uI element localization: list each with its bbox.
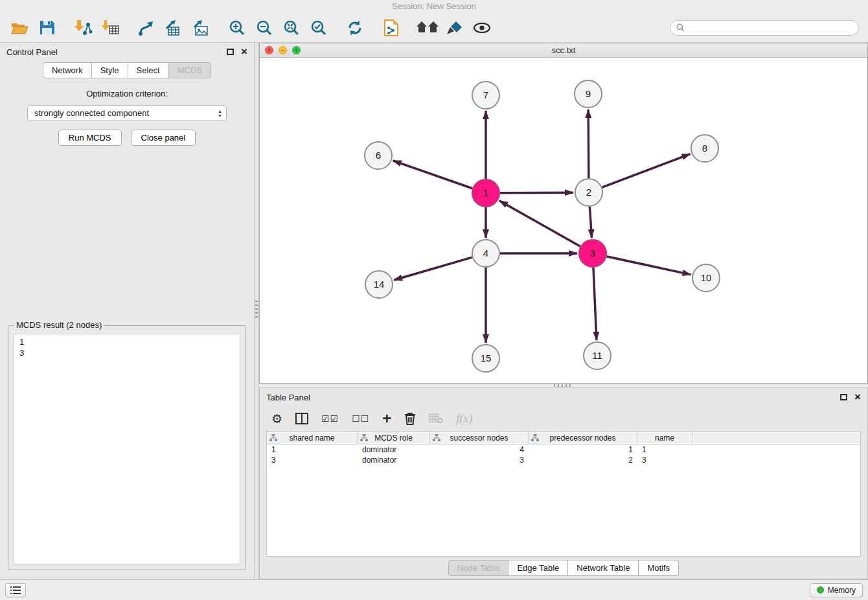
network-canvas[interactable]: 7968124314101511 [260, 58, 867, 383]
select-all-columns-icon[interactable]: ☑☑ [321, 413, 339, 424]
zoom-out-button[interactable] [251, 16, 277, 40]
window-zoom-icon[interactable]: + [292, 46, 301, 54]
close-panel-icon[interactable]: × [241, 48, 247, 56]
edge-1-6[interactable] [393, 161, 473, 189]
new-network-button[interactable] [133, 16, 159, 40]
show-graphics-details-button[interactable] [469, 16, 495, 40]
trash-icon[interactable] [404, 411, 416, 426]
folder-open-icon [10, 21, 29, 35]
edge-3-10[interactable] [606, 257, 691, 275]
horizontal-splitter[interactable] [259, 384, 868, 387]
eye-icon [473, 23, 491, 33]
splitter-handle[interactable] [255, 301, 258, 317]
edge-1-2[interactable] [500, 192, 573, 193]
tab-network[interactable]: Network [43, 62, 92, 78]
control-panel-header: Control Panel × [0, 43, 254, 61]
list-icon [10, 586, 21, 594]
zoom-in-icon [229, 19, 246, 36]
table-row[interactable]: 3 dominator 3 2 3 [267, 455, 860, 465]
add-column-icon[interactable]: + [382, 412, 391, 425]
status-bar: Memory [0, 579, 868, 600]
tab-select[interactable]: Select [128, 62, 169, 78]
column-header-shared-name[interactable]: shared name [267, 432, 358, 444]
cell-name: 3 [637, 456, 692, 465]
column-header-mcds-role[interactable]: MCDS role [358, 432, 430, 444]
column-header-successor-nodes[interactable]: successor nodes [430, 432, 529, 444]
zoom-in-button[interactable] [224, 16, 250, 40]
tab-network-table[interactable]: Network Table [568, 560, 639, 576]
mcds-result-item[interactable]: 3 [19, 347, 234, 358]
home-button[interactable] [415, 16, 440, 40]
memory-button[interactable]: Memory [810, 583, 863, 597]
criterion-dropdown-value: strongly connected component [34, 108, 149, 118]
unselect-all-columns-icon[interactable]: ☐☐ [352, 413, 369, 424]
criterion-dropdown[interactable]: strongly connected component ▲ ▼ [27, 105, 227, 121]
table-panel: Table Panel × ⚙ ☑☑ ☐☐ + [259, 387, 868, 579]
export-image-button[interactable] [188, 16, 214, 40]
float-panel-icon[interactable] [840, 394, 847, 400]
mcds-result-list[interactable]: 1 3 [14, 334, 240, 564]
tab-style[interactable]: Style [92, 62, 128, 78]
edge-2-9[interactable] [588, 110, 589, 178]
zoom-fit-button[interactable] [279, 16, 304, 40]
column-header-name[interactable]: name [637, 432, 692, 444]
edge-2-8[interactable] [602, 154, 691, 188]
cell-mcds-role: dominator [358, 445, 430, 454]
refresh-button[interactable] [342, 16, 368, 40]
control-panel: Control Panel × Network Style Select MCD… [0, 43, 255, 579]
memory-status-icon [817, 586, 824, 594]
window-close-icon[interactable]: × [265, 46, 273, 54]
open-document-button[interactable] [378, 16, 404, 40]
table-panel-title: Table Panel [266, 393, 310, 402]
float-panel-icon[interactable] [227, 49, 234, 55]
tab-node-table[interactable]: Node Table [448, 560, 509, 576]
edge-4-14[interactable] [394, 257, 472, 280]
open-session-button[interactable] [6, 16, 32, 40]
mcds-result-item[interactable]: 1 [19, 336, 234, 347]
node-label-11: 11 [592, 350, 602, 361]
delete-table-icon-disabled [429, 413, 443, 424]
tab-edge-table[interactable]: Edge Table [508, 560, 568, 576]
new-network-from-table-button[interactable] [161, 16, 187, 40]
zoom-out-icon [256, 19, 273, 36]
cell-shared-name: 3 [267, 456, 358, 465]
node-label-10: 10 [701, 272, 712, 283]
import-table-file-button[interactable] [97, 16, 123, 40]
close-panel-icon[interactable]: × [854, 393, 861, 401]
export-image-icon [192, 19, 210, 36]
style-button[interactable] [442, 16, 468, 40]
import-network-file-button[interactable] [70, 16, 96, 40]
mcds-tab-content: Optimization criterion: strongly connect… [0, 78, 254, 579]
network-arrow-icon [138, 19, 155, 36]
column-layout-icon[interactable] [295, 413, 308, 424]
search-input[interactable] [689, 23, 852, 32]
import-table-icon [101, 19, 119, 36]
node-table: shared name MCDS role successor nodes pr… [266, 431, 861, 557]
network-table-icon [165, 19, 183, 36]
edge-3-1[interactable] [499, 201, 580, 246]
window-minimize-icon[interactable]: − [279, 46, 287, 54]
tab-motifs[interactable]: Motifs [639, 560, 679, 576]
vertical-splitter[interactable] [255, 43, 259, 579]
column-type-icon [360, 434, 368, 441]
node-label-4: 4 [483, 248, 488, 259]
column-type-icon [531, 434, 539, 441]
search-icon [676, 23, 685, 32]
splitter-handle[interactable] [554, 384, 571, 387]
memory-label: Memory [828, 586, 856, 595]
gear-icon[interactable]: ⚙ [271, 411, 282, 426]
close-panel-button[interactable]: Close panel [131, 130, 196, 146]
edge-2-3[interactable] [589, 207, 591, 238]
search-box[interactable] [670, 20, 859, 36]
task-history-button[interactable] [5, 583, 26, 597]
save-session-button[interactable] [34, 16, 60, 40]
run-mcds-button[interactable]: Run MCDS [58, 130, 122, 146]
edge-3-11[interactable] [593, 268, 597, 340]
right-column: × − + scc.txt 7968124314101511 Table Pan… [259, 43, 868, 579]
control-panel-tabs: Network Style Select MCDS [0, 62, 254, 78]
tab-mcds[interactable]: MCDS [169, 62, 211, 78]
column-header-predecessor-nodes[interactable]: predecessor nodes [529, 432, 637, 444]
zoom-selected-button[interactable] [306, 16, 332, 40]
main-area: Control Panel × Network Style Select MCD… [0, 43, 868, 579]
table-row[interactable]: 1 dominator 4 1 1 [267, 444, 860, 455]
